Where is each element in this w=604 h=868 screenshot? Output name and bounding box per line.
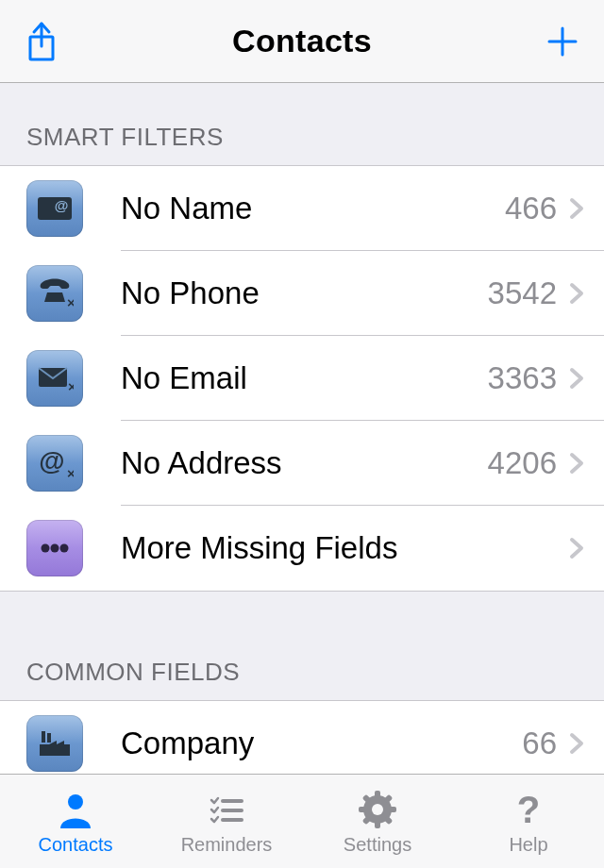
card-at-icon: @ [26,180,83,237]
svg-rect-23 [359,807,366,812]
mail-x-icon: × [26,350,83,407]
checklist-icon [206,787,247,832]
svg-text:@: @ [55,197,69,213]
row-count: 3363 [488,360,557,396]
row-label: Company [121,726,522,761]
row-no-email[interactable]: × No Email 3363 [0,336,604,421]
row-count: 4206 [488,445,557,481]
svg-text:?: ? [517,789,540,830]
smart-filters-rows: @ No Name 466 × No Phone 3542 [0,165,604,592]
row-label: More Missing Fields [121,530,557,566]
svg-point-12 [51,544,59,553]
chevron-right-icon [564,536,589,560]
person-icon [55,787,96,832]
tab-label: Contacts [39,834,113,856]
row-count: 66 [522,726,557,761]
svg-text:×: × [68,378,74,392]
row-count: 466 [505,191,557,226]
tab-reminders[interactable]: Reminders [151,775,302,868]
tab-help[interactable]: ? Help [453,775,604,868]
share-button[interactable] [13,13,70,70]
row-no-address[interactable]: @ × No Address 4206 [0,421,604,506]
section-header-common-fields: COMMON FIELDS [0,592,604,700]
tab-contacts[interactable]: Contacts [0,775,151,868]
add-button[interactable] [534,13,591,70]
tab-label: Settings [344,834,411,856]
row-count: 3542 [488,275,557,311]
factory-icon [26,715,83,772]
gear-icon [357,787,398,832]
row-company[interactable]: Company 66 [0,701,604,774]
row-label: No Address [121,445,488,481]
svg-point-11 [42,544,50,553]
tab-settings[interactable]: Settings [302,775,453,868]
page-title: Contacts [232,23,372,59]
content-scroll[interactable]: SMART FILTERS @ No Name 466 × [0,83,604,774]
svg-point-29 [372,804,383,815]
svg-rect-22 [375,821,380,828]
common-fields-rows: Company 66 [0,700,604,774]
svg-point-16 [68,794,83,810]
svg-point-13 [60,544,69,553]
tab-bar: Contacts Reminders [0,774,604,868]
nav-bar: Contacts [0,0,604,83]
svg-text:@: @ [39,446,64,476]
svg-rect-24 [389,807,396,812]
chevron-right-icon [564,731,589,756]
chevron-right-icon [564,451,589,476]
section-header-smart-filters: SMART FILTERS [0,83,604,165]
row-more-missing[interactable]: More Missing Fields [0,506,604,591]
svg-rect-21 [375,791,380,798]
ellipsis-icon [26,520,83,576]
chevron-right-icon [564,366,589,391]
row-no-phone[interactable]: × No Phone 3542 [0,251,604,336]
svg-rect-15 [47,733,51,743]
svg-rect-14 [42,731,45,743]
row-label: No Name [121,191,505,226]
chevron-right-icon [564,281,589,306]
row-label: No Phone [121,275,488,311]
svg-text:×: × [67,465,74,480]
chevron-right-icon [564,196,589,221]
share-icon [23,20,60,63]
plus-icon [544,23,581,60]
phone-x-icon: × [26,265,83,322]
at-x-icon: @ × [26,435,83,492]
question-icon: ? [508,787,549,832]
row-label: No Email [121,360,488,396]
svg-text:×: × [67,294,74,309]
tab-label: Reminders [181,834,273,856]
tab-label: Help [509,834,547,856]
row-no-name[interactable]: @ No Name 466 [0,166,604,251]
